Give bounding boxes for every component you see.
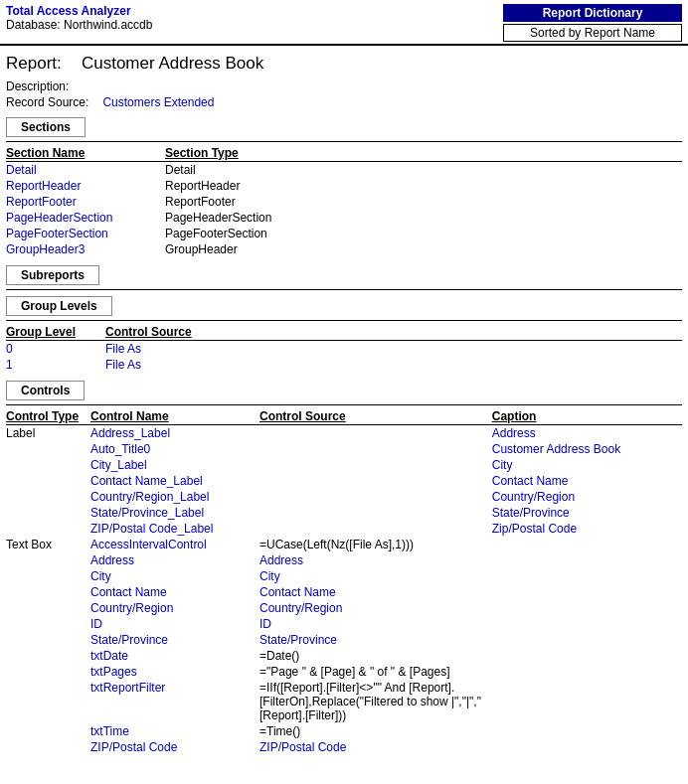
ctrl-name: Contact Name bbox=[90, 584, 259, 600]
ctrl-source: =Time() bbox=[259, 723, 492, 739]
ctrl-caption: State/Province bbox=[492, 505, 682, 521]
record-source-value: Customers Extended bbox=[102, 95, 214, 109]
ctrl-type bbox=[6, 632, 90, 648]
section-name: GroupHeader3 bbox=[6, 241, 165, 257]
ctrl-source: Country/Region bbox=[259, 600, 492, 616]
controls-divider bbox=[6, 404, 682, 405]
ctrl-name: Auto_Title0 bbox=[90, 441, 259, 457]
record-source-label: Record Source: bbox=[6, 95, 88, 109]
ctrl-caption bbox=[492, 600, 682, 616]
description-row: Description: bbox=[6, 79, 682, 93]
ctrl-caption: City bbox=[492, 457, 682, 473]
ctrl-type bbox=[6, 473, 90, 489]
table-row: ReportHeaderReportHeader bbox=[6, 178, 682, 194]
table-row: ID ID bbox=[6, 616, 682, 632]
ctrl-type bbox=[6, 680, 90, 723]
ctrl-caption bbox=[492, 680, 682, 723]
table-row: PageFooterSectionPageFooterSection bbox=[6, 226, 682, 241]
ctrl-source: State/Province bbox=[259, 632, 492, 648]
table-row: txtTime =Time() bbox=[6, 723, 682, 739]
ctrl-name: ZIP/Postal Code bbox=[90, 739, 259, 755]
ctrl-type: Text Box bbox=[6, 537, 90, 552]
subreports-tab-container: Subreports bbox=[6, 265, 682, 290]
ctrl-type bbox=[6, 489, 90, 505]
ctrl-source: ID bbox=[259, 616, 492, 632]
section-name: Detail bbox=[6, 162, 165, 179]
ctrl-name: Country/Region bbox=[90, 600, 259, 616]
group-levels-tab[interactable]: Group Levels bbox=[6, 296, 112, 316]
table-row: City_Label City bbox=[6, 457, 682, 473]
table-row: Country/Region_Label Country/Region bbox=[6, 489, 682, 505]
table-row: Country/Region Country/Region bbox=[6, 600, 682, 616]
header-right: Report Dictionary Sorted by Report Name bbox=[503, 4, 682, 42]
group-levels-divider bbox=[6, 320, 682, 321]
group-levels-tab-container: Group Levels Group Level Control Source … bbox=[6, 296, 682, 373]
ctrl-caption bbox=[492, 648, 682, 664]
controls-tab[interactable]: Controls bbox=[6, 381, 85, 400]
ctrl-source: =UCase(Left(Nz([File As],1))) bbox=[259, 537, 492, 552]
section-type: PageHeaderSection bbox=[165, 210, 682, 226]
ctrl-source: =Date() bbox=[259, 648, 492, 664]
ctrl-name: ID bbox=[90, 616, 259, 632]
ctrl-name: txtTime bbox=[90, 723, 259, 739]
table-row: ZIP/Postal Code_Label Zip/Postal Code bbox=[6, 521, 682, 537]
ctrl-type bbox=[6, 739, 90, 755]
ctrl-source bbox=[259, 473, 492, 489]
ctrl-name: txtReportFilter bbox=[90, 680, 259, 723]
report-title-value: Customer Address Book bbox=[82, 54, 263, 73]
table-row: City City bbox=[6, 568, 682, 584]
ctrl-col3-header: Control Source bbox=[259, 409, 492, 425]
ctrl-type bbox=[6, 723, 90, 739]
sorted-by-button[interactable]: Sorted by Report Name bbox=[503, 24, 682, 42]
report-title: Report: Customer Address Book bbox=[6, 54, 682, 74]
app-title: Total Access Analyzer bbox=[6, 4, 152, 18]
table-row: 0File As bbox=[6, 341, 682, 358]
ctrl-caption bbox=[492, 632, 682, 648]
table-row: Address Address bbox=[6, 552, 682, 568]
ctrl-name: txtPages bbox=[90, 664, 259, 680]
gl-level: 1 bbox=[6, 357, 105, 373]
ctrl-name: Address bbox=[90, 552, 259, 568]
description-label: Description: bbox=[6, 79, 69, 93]
sections-tab[interactable]: Sections bbox=[6, 117, 86, 137]
ctrl-caption: Customer Address Book bbox=[492, 441, 682, 457]
ctrl-source bbox=[259, 457, 492, 473]
ctrl-type bbox=[6, 600, 90, 616]
ctrl-source: ="Page " & [Page] & " of " & [Pages] bbox=[259, 664, 492, 680]
ctrl-type bbox=[6, 457, 90, 473]
sections-table: Section Name Section Type DetailDetailRe… bbox=[6, 146, 682, 257]
ctrl-source: City bbox=[259, 568, 492, 584]
section-type: ReportFooter bbox=[165, 194, 682, 210]
sections-col1-header: Section Name bbox=[6, 146, 165, 162]
ctrl-type bbox=[6, 584, 90, 600]
main-content: Report: Customer Address Book Descriptio… bbox=[0, 46, 688, 759]
section-type: PageFooterSection bbox=[165, 226, 682, 241]
ctrl-name: AccessIntervalControl bbox=[90, 537, 259, 552]
ctrl-col2-header: Control Name bbox=[90, 409, 259, 425]
report-dict-button[interactable]: Report Dictionary bbox=[503, 4, 682, 22]
ctrl-col4-header: Caption bbox=[492, 409, 682, 425]
table-row: Contact Name_Label Contact Name bbox=[6, 473, 682, 489]
table-row: ReportFooterReportFooter bbox=[6, 194, 682, 210]
subreports-tab[interactable]: Subreports bbox=[6, 265, 99, 285]
section-type: ReportHeader bbox=[165, 178, 682, 194]
sections-tab-container: Sections Section Name Section Type Detai… bbox=[6, 117, 682, 257]
ctrl-col1-header: Control Type bbox=[6, 409, 90, 425]
table-row: txtDate =Date() bbox=[6, 648, 682, 664]
gl-col2-header: Control Source bbox=[105, 325, 682, 341]
record-source-row: Record Source: Customers Extended bbox=[6, 95, 682, 109]
ctrl-caption: Address bbox=[492, 425, 682, 442]
table-row: txtReportFilter =IIf([Report].[Filter]<>… bbox=[6, 680, 682, 723]
ctrl-name: State/Province bbox=[90, 632, 259, 648]
ctrl-caption bbox=[492, 552, 682, 568]
gl-level: 0 bbox=[6, 341, 105, 358]
ctrl-source: Address bbox=[259, 552, 492, 568]
table-row: ZIP/Postal Code ZIP/Postal Code bbox=[6, 739, 682, 755]
sections-divider bbox=[6, 141, 682, 142]
ctrl-caption bbox=[492, 537, 682, 552]
db-name: Database: Northwind.accdb bbox=[6, 18, 152, 32]
controls-table: Control Type Control Name Control Source… bbox=[6, 409, 682, 755]
table-row: DetailDetail bbox=[6, 162, 682, 179]
ctrl-type bbox=[6, 664, 90, 680]
header-left: Total Access Analyzer Database: Northwin… bbox=[6, 4, 152, 32]
